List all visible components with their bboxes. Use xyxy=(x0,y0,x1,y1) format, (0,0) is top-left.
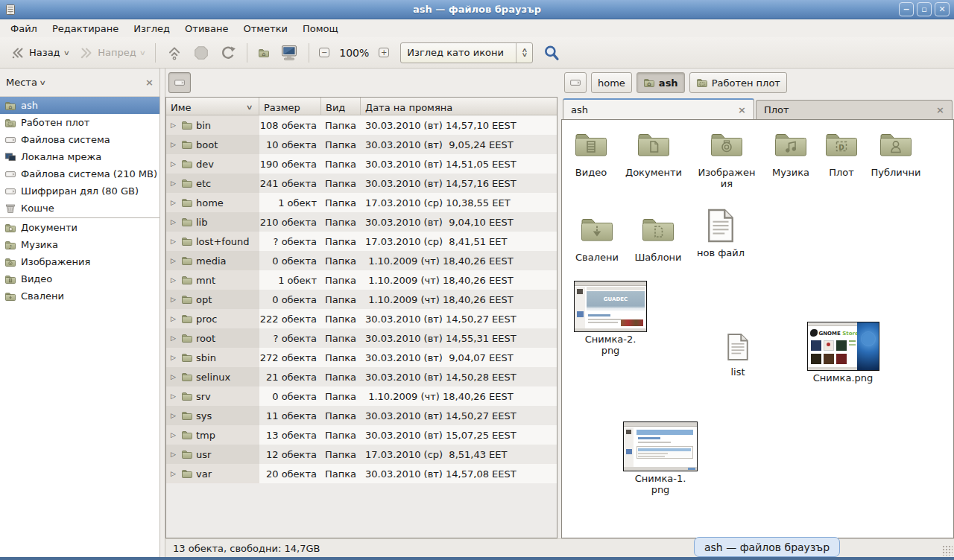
table-row[interactable]: ▷sbin272 обектаПапка30.03.2010 (вт) 9,04… xyxy=(166,348,557,367)
minimize-button[interactable]: − xyxy=(899,2,914,16)
menu-help[interactable]: Помощ xyxy=(295,21,346,36)
tab-plot[interactable]: Плот × xyxy=(756,100,953,119)
sidebar-close-icon[interactable]: × xyxy=(145,77,154,88)
close-button[interactable]: ✕ xyxy=(935,2,950,16)
sidebar-item-trash[interactable]: Кошче xyxy=(0,200,159,217)
table-row[interactable]: ▷lost+found? обектаПапка17.03.2010 (ср) … xyxy=(166,232,557,251)
back-history-dropdown[interactable]: ∨ xyxy=(63,49,69,57)
expander-icon[interactable]: ▷ xyxy=(168,179,178,187)
list-item[interactable]: Снимка-1.png xyxy=(622,421,699,496)
menu-file[interactable]: Файл xyxy=(3,21,45,36)
expander-icon[interactable]: ▷ xyxy=(168,412,178,419)
search-button[interactable] xyxy=(539,41,564,65)
table-row[interactable]: ▷opt0 обектаПапка 1.10.2009 (чт) 18,40,2… xyxy=(166,290,557,309)
table-row[interactable]: ▷proc222 обектаПапка30.03.2010 (вт) 14,5… xyxy=(166,309,557,328)
table-row[interactable]: ▷srv0 обектаПапка 1.10.2009 (чт) 18,40,2… xyxy=(166,386,557,406)
table-row[interactable]: ▷tmp13 обектаПапка30.03.2010 (вт) 15,07,… xyxy=(166,425,557,445)
expander-icon[interactable]: ▷ xyxy=(168,160,178,168)
sidebar-item-documents[interactable]: Документи xyxy=(0,219,159,236)
view-mode-select[interactable]: Изглед като икони ∧∨ xyxy=(400,42,533,63)
expander-icon[interactable]: ▷ xyxy=(168,470,178,477)
sidebar-item-home[interactable]: ⌂ ash xyxy=(0,97,159,114)
list-item[interactable]: GNOME Store xyxy=(806,322,880,384)
home-button[interactable]: ⌂ xyxy=(253,44,274,62)
list-item[interactable]: list xyxy=(708,331,768,378)
breadcrumb-desktop-button[interactable]: Работен плот xyxy=(689,72,787,93)
table-row[interactable]: ▷usr12 обектаПапка17.03.2010 (ср) 8,51,4… xyxy=(166,445,557,464)
forward-button[interactable]: Напред ∨ xyxy=(75,42,149,63)
computer-button[interactable] xyxy=(276,41,303,65)
table-row[interactable]: ▷mnt1 обектПапка 1.10.2009 (чт) 18,40,26… xyxy=(166,270,557,290)
table-row[interactable]: ▷boot10 обектаПапка30.03.2010 (вт) 9,05,… xyxy=(166,135,557,154)
table-row[interactable]: ▷media0 обектаПапка 1.10.2009 (чт) 18,40… xyxy=(166,251,557,270)
column-header-type[interactable]: Вид xyxy=(321,98,361,115)
list-item[interactable]: D Плот xyxy=(810,127,873,179)
expander-icon[interactable]: ▷ xyxy=(168,451,178,458)
menu-bookmarks[interactable]: Отметки xyxy=(236,21,294,36)
table-row[interactable]: ▷home1 обектПапка17.03.2010 (ср) 10,38,5… xyxy=(166,193,557,212)
expander-icon[interactable]: ▷ xyxy=(168,218,178,226)
expander-icon[interactable]: ▷ xyxy=(168,141,178,148)
stop-button[interactable] xyxy=(189,42,214,64)
menu-edit[interactable]: Редактиране xyxy=(45,21,126,36)
root-location-button[interactable] xyxy=(168,72,191,93)
sidebar-item-network[interactable]: Локална мрежа xyxy=(0,148,159,165)
zoom-out-button[interactable]: − xyxy=(315,44,333,62)
sidebar-item-images[interactable]: Изображения xyxy=(0,253,159,270)
sidebar-item-filesystem[interactable]: Файлова система xyxy=(0,131,159,148)
table-row[interactable]: ▷bin108 обектаПапка30.03.2010 (вт) 14,57… xyxy=(166,115,557,135)
expander-icon[interactable]: ▷ xyxy=(168,257,178,264)
list-item[interactable]: Документи xyxy=(622,127,685,179)
sidebar-item-video[interactable]: Видео xyxy=(0,270,159,287)
list-item[interactable]: Публични xyxy=(865,127,927,179)
column-header-date[interactable]: Дата на промяна xyxy=(361,98,557,115)
maximize-button[interactable]: ▫ xyxy=(917,2,932,16)
list-item[interactable]: Свалени xyxy=(566,212,628,264)
tab-close-icon[interactable]: × xyxy=(936,104,944,115)
zoom-in-button[interactable]: + xyxy=(375,44,393,62)
expander-icon[interactable]: ▷ xyxy=(168,296,178,303)
tab-ash[interactable]: ash × xyxy=(563,98,754,119)
expander-icon[interactable]: ▷ xyxy=(168,373,178,381)
expander-icon[interactable]: ▷ xyxy=(168,431,178,439)
titlebar[interactable]: ash — файлов браузър − ▫ ✕ xyxy=(0,0,954,19)
sidebar-splitter[interactable] xyxy=(160,69,165,557)
table-row[interactable]: ▷lib210 обектаПапка30.03.2010 (вт) 9,04,… xyxy=(166,212,557,232)
menu-go[interactable]: Отиване xyxy=(177,21,236,36)
back-button[interactable]: Назад ∨ xyxy=(6,42,73,63)
table-row[interactable]: ▷selinux21 обектаПапка30.03.2010 (вт) 14… xyxy=(166,367,557,386)
sidebar-item-downloads[interactable]: Свалени xyxy=(0,287,159,305)
sidebar-item-music[interactable]: ♪ Музика xyxy=(0,236,159,253)
expander-icon[interactable]: ▷ xyxy=(168,315,178,322)
sidebar-item-encrypted-80gb[interactable]: Шифриран дял (80 GB) xyxy=(0,182,159,200)
menu-view[interactable]: Изглед xyxy=(126,21,177,36)
list-item[interactable]: Изображения xyxy=(697,127,756,190)
table-row[interactable]: ▷sys11 обектаПапка30.03.2010 (вт) 14,50,… xyxy=(166,406,557,425)
list-item[interactable]: Шаблони xyxy=(627,212,689,264)
expander-icon[interactable]: ▷ xyxy=(168,199,178,206)
list-item[interactable]: нов файл xyxy=(689,208,752,259)
forward-history-dropdown[interactable]: ∨ xyxy=(139,49,145,57)
expander-icon[interactable]: ▷ xyxy=(168,276,178,284)
up-button[interactable] xyxy=(162,42,187,64)
table-row[interactable]: ▷dev190 обектаПапка30.03.2010 (вт) 14,51… xyxy=(166,154,557,174)
list-item[interactable]: Видео xyxy=(561,127,622,179)
sidebar-mode-selector[interactable]: Места ∨ xyxy=(6,77,45,88)
tab-close-icon[interactable]: × xyxy=(738,104,746,115)
breadcrumb-ash-button[interactable]: ⌂ ash xyxy=(636,72,685,93)
sidebar-item-desktop[interactable]: Работен плот xyxy=(0,114,159,131)
breadcrumb-home-button[interactable]: home xyxy=(591,72,632,93)
resize-grip[interactable] xyxy=(942,545,953,556)
sidebar-item-volume-210mb[interactable]: Файлова система (210 MB) xyxy=(0,165,159,182)
expander-icon[interactable]: ▷ xyxy=(168,392,178,400)
reload-button[interactable] xyxy=(215,42,241,64)
expander-icon[interactable]: ▷ xyxy=(168,334,178,342)
expander-icon[interactable]: ▷ xyxy=(168,354,178,361)
column-header-name[interactable]: Име ∨ xyxy=(166,98,259,115)
column-header-size[interactable]: Размер xyxy=(259,98,321,115)
table-row[interactable]: ▷root? обектаПапка30.03.2010 (вт) 14,55,… xyxy=(166,328,557,348)
list-item[interactable]: GUADEC Снимка-2.png xyxy=(572,281,649,357)
expander-icon[interactable]: ▷ xyxy=(168,121,178,129)
table-row[interactable]: ▷var20 обектаПапка30.03.2010 (вт) 14,57,… xyxy=(166,464,557,483)
expander-icon[interactable]: ▷ xyxy=(168,238,178,245)
